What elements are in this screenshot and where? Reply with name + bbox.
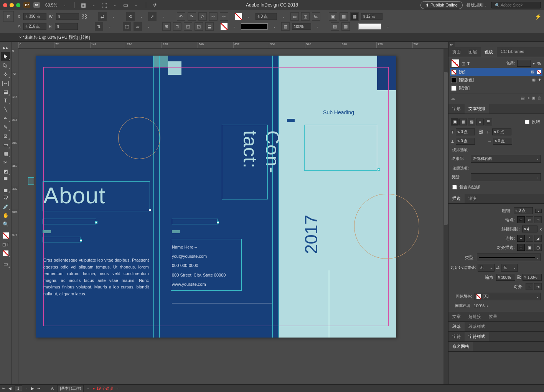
column-guide[interactable]: [153, 56, 154, 338]
tab-paragraph[interactable]: 段落: [448, 322, 465, 331]
expand-tools-icon[interactable]: ▸▸: [1, 43, 10, 52]
selection-tool[interactable]: [1, 52, 10, 61]
arrow-align1-icon[interactable]: →: [526, 283, 533, 290]
page-tool[interactable]: ⊹: [1, 70, 10, 78]
sub-heading[interactable]: Sub Heading: [323, 109, 354, 115]
stroke-none-icon[interactable]: [221, 23, 227, 30]
free-transform-tool[interactable]: ◩: [1, 167, 10, 175]
rect-tool[interactable]: ▭: [1, 140, 10, 149]
text-frame[interactable]: [222, 125, 268, 199]
selection-box[interactable]: [28, 177, 34, 185]
swatch-row-none[interactable]: [无] ⊠: [450, 68, 542, 76]
miter-field[interactable]: ⇅4: [522, 226, 537, 232]
link-scale-icon[interactable]: ⛓: [517, 275, 521, 280]
scale-end-field[interactable]: ⇅100%: [523, 274, 542, 281]
text-frame[interactable]: [171, 239, 242, 291]
link-icon[interactable]: ⛓: [81, 13, 87, 20]
stroke-type-dropdown[interactable]: ⌄: [477, 254, 541, 261]
zoom-level[interactable]: 63.5%: [45, 3, 57, 7]
gap-tint-slider-icon[interactable]: ▸: [487, 304, 488, 308]
align-center-icon[interactable]: □: [517, 244, 525, 251]
wrap-offset-field[interactable]: ⇅12 点: [361, 13, 382, 20]
gradient-swatch-tool[interactable]: ▀: [1, 176, 10, 184]
type-tool[interactable]: T: [1, 96, 10, 105]
y-field[interactable]: ⇅216 点: [23, 23, 46, 30]
body-text[interactable]: Cras pellentesque vulputate leo vitae da…: [43, 257, 149, 298]
stroke-style-swatch[interactable]: [241, 23, 268, 30]
circle-shape[interactable]: [118, 117, 160, 159]
pencil-tool[interactable]: ✎: [1, 123, 10, 131]
sel-next-icon[interactable]: ◲: [195, 22, 203, 31]
line-tool[interactable]: ╲: [1, 105, 10, 114]
chevron-down-icon[interactable]: ⌄: [92, 3, 95, 7]
chevron-down-icon[interactable]: ⌄: [317, 25, 319, 28]
char-panel-icon[interactable]: P: [198, 12, 207, 21]
document-page[interactable]: About Con- tact: Sub Heading 2017 Cras p…: [36, 56, 396, 338]
chevron-down-icon[interactable]: ⌄: [233, 25, 236, 28]
sel-5-icon[interactable]: ⬓: [205, 22, 214, 31]
preflight-errors[interactable]: 19 个错误: [92, 386, 113, 391]
bridge-button[interactable]: Br: [23, 2, 30, 8]
scissors-tool[interactable]: ✂: [1, 158, 10, 166]
screen-mode-tool[interactable]: ▭: [1, 260, 10, 268]
fill-proxy[interactable]: [452, 59, 459, 67]
swap-arrows-icon[interactable]: ⇄: [496, 265, 499, 270]
ruler-horizontal[interactable]: 072144216288360432504576648720792: [18, 42, 448, 49]
weight-dropdown-icon[interactable]: ⌄: [535, 209, 542, 213]
gradient-feather-tool[interactable]: ▄: [1, 184, 10, 193]
zoom-dropdown-icon[interactable]: ⌄: [63, 3, 66, 7]
column-guide[interactable]: [159, 56, 160, 338]
undo-icon[interactable]: ↶: [177, 12, 185, 21]
screen-mode-icon[interactable]: ⬚: [101, 2, 107, 8]
page-field[interactable]: 1: [15, 385, 22, 391]
flip-h-icon[interactable]: ⇄: [98, 12, 107, 21]
flip-v-icon[interactable]: ⇅: [95, 22, 103, 31]
text-frame[interactable]: [304, 125, 377, 171]
format-container-text[interactable]: ◫ T: [1, 240, 10, 249]
wrap-bbox-icon[interactable]: ▦: [340, 12, 348, 21]
apply-none-icon[interactable]: [1, 249, 10, 257]
swatch-row-paper[interactable]: [纸色]: [450, 84, 542, 92]
end-arrow-dropdown[interactable]: 无⌄: [501, 264, 518, 272]
contour-type-dropdown[interactable]: ⌄: [471, 173, 541, 181]
invert-checkbox[interactable]: [525, 120, 529, 124]
note-tool[interactable]: 🗨: [1, 193, 10, 202]
tint-slider-icon[interactable]: ▸: [533, 62, 535, 65]
selection-handle[interactable]: [149, 209, 151, 211]
cloud-icon[interactable]: ☁: [451, 96, 455, 101]
wrap-jump-icon[interactable]: ≡: [476, 119, 484, 125]
join-miter-icon[interactable]: ⌐: [517, 235, 525, 242]
page-dropdown-icon[interactable]: ⌄: [25, 387, 28, 390]
align-outside-icon[interactable]: ▢: [534, 244, 542, 251]
document-tab[interactable]: × *未命名-1 @ 63% [GPU 预览] [转换]: [15, 33, 94, 41]
swatch-row-registration[interactable]: [套版色] ⊠ ✦: [450, 76, 542, 84]
bottom-offset-field[interactable]: ⇅0 点: [456, 138, 475, 145]
opacity-icon[interactable]: ▨: [281, 22, 290, 31]
publish-online-button[interactable]: ⬆ Publish Online: [420, 1, 463, 9]
chevron-down-icon[interactable]: ⌄: [114, 3, 116, 7]
left-offset-field[interactable]: ⇅0 点: [492, 128, 511, 135]
tab-named-grids[interactable]: 命名网格: [448, 342, 473, 351]
collapse-panels-icon[interactable]: ▸▸: [448, 42, 455, 47]
first-page-icon[interactable]: ⇤: [2, 386, 5, 390]
sel-prev-icon[interactable]: ◱: [184, 22, 192, 31]
eyedropper-tool[interactable]: 💉: [1, 202, 10, 211]
tab-stroke[interactable]: 描边: [448, 194, 465, 203]
tab-cc-libraries[interactable]: CC Libraries: [497, 47, 528, 57]
tab-char-styles[interactable]: 字符样式: [465, 332, 489, 341]
scale-start-field[interactable]: ⇅100%: [496, 274, 515, 281]
close-window[interactable]: [3, 3, 7, 7]
join-bevel-icon[interactable]: ◢: [534, 235, 542, 242]
pen-tool[interactable]: ✒: [1, 114, 10, 122]
tab-article[interactable]: 文章: [448, 312, 465, 321]
rotate2-icon[interactable]: ⤢: [148, 12, 157, 21]
chevron-down-icon[interactable]: ⌄: [147, 25, 150, 28]
right-offset-field[interactable]: ⇅0 点: [493, 138, 512, 145]
constrain2-icon[interactable]: ⊹: [220, 12, 228, 21]
rule-line[interactable]: [172, 303, 272, 303]
fill-none-icon[interactable]: [235, 13, 242, 20]
tab-para-styles[interactable]: 段落样式: [465, 322, 489, 331]
tab-layers[interactable]: 图层: [465, 47, 481, 57]
tab-pages[interactable]: 页面: [448, 47, 465, 57]
redo-icon[interactable]: ↷: [188, 12, 196, 21]
